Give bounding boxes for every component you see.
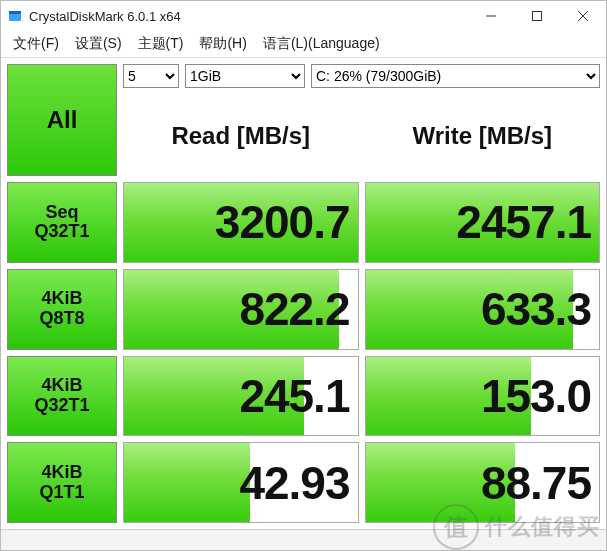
window-title: CrystalDiskMark 6.0.1 x64 (29, 9, 181, 24)
test-button-seq-q32t1[interactable]: Seq Q32T1 (7, 182, 117, 263)
upper-panel: All 5 1GiB C: 26% (79/300GiB) Read [MB/s… (7, 64, 600, 176)
window-controls (468, 1, 606, 31)
write-value-seq-q32t1: 2457.1 (365, 182, 601, 263)
test-label-line1: 4KiB (41, 289, 82, 309)
write-number: 2457.1 (456, 195, 591, 249)
column-headers: Read [MB/s] Write [MB/s] (123, 96, 600, 176)
test-button-4k-q8t8[interactable]: 4KiB Q8T8 (7, 269, 117, 350)
read-number: 42.93 (239, 456, 349, 510)
read-header: Read [MB/s] (123, 122, 359, 150)
test-label-line2: Q1T1 (39, 483, 84, 503)
close-button[interactable] (560, 1, 606, 31)
tests-grid: Seq Q32T1 3200.7 2457.1 4KiB Q8T8 822.2 (7, 182, 600, 523)
menu-help[interactable]: 帮助(H) (195, 33, 250, 55)
client-area: All 5 1GiB C: 26% (79/300GiB) Read [MB/s… (1, 58, 606, 529)
write-header: Write [MB/s] (365, 122, 601, 150)
read-number: 822.2 (239, 282, 349, 336)
menu-language[interactable]: 语言(L)(Language) (259, 33, 384, 55)
write-number: 88.75 (481, 456, 591, 510)
menu-theme[interactable]: 主题(T) (134, 33, 188, 55)
read-bar (124, 443, 250, 522)
test-label-line2: Q32T1 (34, 396, 89, 416)
menubar: 文件(F) 设置(S) 主题(T) 帮助(H) 语言(L)(Language) (1, 31, 606, 58)
write-value-4k-q1t1: 88.75 (365, 442, 601, 523)
read-value-4k-q32t1: 245.1 (123, 356, 359, 437)
write-number: 153.0 (481, 369, 591, 423)
size-select[interactable]: 1GiB (185, 64, 305, 88)
titlebar: CrystalDiskMark 6.0.1 x64 (1, 1, 606, 31)
run-all-button[interactable]: All (7, 64, 117, 176)
read-value-4k-q1t1: 42.93 (123, 442, 359, 523)
write-value-4k-q8t8: 633.3 (365, 269, 601, 350)
runs-select[interactable]: 5 (123, 64, 179, 88)
test-label-line1: Seq (45, 203, 78, 223)
selects-row: 5 1GiB C: 26% (79/300GiB) (123, 64, 600, 88)
read-value-4k-q8t8: 822.2 (123, 269, 359, 350)
write-value-4k-q32t1: 153.0 (365, 356, 601, 437)
maximize-button[interactable] (514, 1, 560, 31)
read-number: 245.1 (239, 369, 349, 423)
read-value-seq-q32t1: 3200.7 (123, 182, 359, 263)
menu-settings[interactable]: 设置(S) (71, 33, 126, 55)
test-button-4k-q1t1[interactable]: 4KiB Q1T1 (7, 442, 117, 523)
app-icon (7, 8, 23, 24)
svg-rect-1 (9, 11, 21, 14)
test-button-4k-q32t1[interactable]: 4KiB Q32T1 (7, 356, 117, 437)
test-label-line1: 4KiB (41, 376, 82, 396)
app-window: CrystalDiskMark 6.0.1 x64 文件(F) 设置(S) 主题… (0, 0, 607, 551)
test-label-line2: Q8T8 (39, 309, 84, 329)
statusbar (1, 529, 606, 550)
minimize-button[interactable] (468, 1, 514, 31)
test-label-line1: 4KiB (41, 463, 82, 483)
svg-rect-3 (533, 12, 542, 21)
menu-file[interactable]: 文件(F) (9, 33, 63, 55)
read-number: 3200.7 (215, 195, 350, 249)
test-label-line2: Q32T1 (34, 222, 89, 242)
drive-select[interactable]: C: 26% (79/300GiB) (311, 64, 600, 88)
write-number: 633.3 (481, 282, 591, 336)
